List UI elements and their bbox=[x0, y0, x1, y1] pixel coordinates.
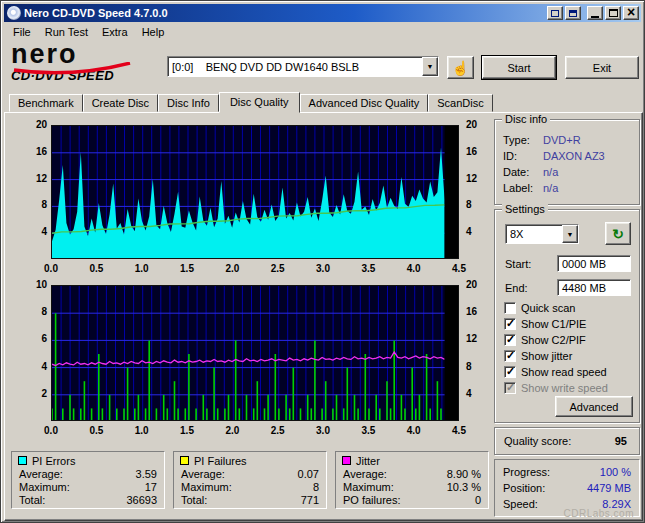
checkbox-box[interactable] bbox=[504, 302, 516, 314]
close-icon bbox=[627, 7, 635, 19]
stat-row: Average:8.90 % bbox=[336, 468, 488, 481]
start-position-label: Start: bbox=[505, 258, 531, 270]
disc-info-value: DVD+R bbox=[543, 132, 581, 148]
menu-help[interactable]: Help bbox=[135, 24, 172, 40]
menu-file[interactable]: File bbox=[6, 24, 38, 40]
checkbox-box[interactable] bbox=[504, 334, 516, 346]
progress-value: 100 % bbox=[600, 464, 631, 480]
minimize-icon bbox=[591, 16, 599, 18]
stat-panel-pi-failures: PI FailuresAverage:0.07Maximum:8Total:77… bbox=[173, 451, 327, 509]
chevron-down-icon[interactable] bbox=[562, 225, 578, 243]
legend-swatch-pi-errors bbox=[18, 456, 27, 465]
titlebar-extra-button-2[interactable] bbox=[565, 6, 581, 20]
checkbox-box[interactable] bbox=[504, 350, 516, 362]
close-button[interactable] bbox=[623, 6, 639, 20]
progress-row: Position:4479 MB bbox=[495, 480, 639, 496]
disc-info-row: Type:DVD+R bbox=[503, 132, 633, 148]
axis-tick-label: 20 bbox=[466, 279, 492, 291]
stat-row: Maximum:10.3 % bbox=[336, 481, 488, 494]
checkbox-quick-scan[interactable]: Quick scan bbox=[504, 300, 635, 316]
axis-tick-label: 0.0 bbox=[37, 263, 65, 275]
axis-tick-label: 4.5 bbox=[445, 425, 473, 437]
drive-select[interactable]: [0:0] BENQ DVD DD DW1640 BSLB bbox=[167, 56, 439, 77]
maximize-button[interactable] bbox=[605, 6, 621, 20]
checkbox-box[interactable] bbox=[504, 366, 516, 378]
maximize-icon bbox=[609, 9, 618, 17]
disc-info-label: Label: bbox=[503, 180, 543, 196]
pi-failures-jitter-plot bbox=[51, 285, 459, 421]
disc-info-value: n/a bbox=[543, 164, 558, 180]
start-position-input[interactable]: 0000 MB bbox=[557, 255, 631, 272]
exit-button[interactable]: Exit bbox=[565, 56, 639, 79]
nero-logo-swoosh-icon bbox=[12, 62, 132, 75]
stat-title-label: PI Failures bbox=[194, 455, 247, 467]
pi-errors-plot bbox=[51, 125, 459, 259]
axis-tick-label: 8 bbox=[466, 199, 492, 211]
progress-label: Progress: bbox=[503, 464, 550, 480]
tab-advanced-disc-quality[interactable]: Advanced Disc Quality bbox=[300, 94, 429, 112]
checkbox-show-c1-pie[interactable]: Show C1/PIE bbox=[504, 316, 635, 332]
menu-extra[interactable]: Extra bbox=[95, 24, 135, 40]
disc-info-row: ID:DAXON AZ3 bbox=[503, 148, 633, 164]
tab-create-disc[interactable]: Create Disc bbox=[83, 94, 158, 112]
disc-info-value: DAXON AZ3 bbox=[543, 148, 605, 164]
checkbox-show-jitter[interactable]: Show jitter bbox=[504, 348, 635, 364]
app-window: Nero CD-DVD Speed 4.7.0.0 File Run Test … bbox=[0, 0, 645, 523]
legend-swatch-pi-failures bbox=[180, 456, 189, 465]
stat-row: PO failures:0 bbox=[336, 494, 488, 507]
axis-tick-label: 3.5 bbox=[354, 425, 382, 437]
disc-info-label: ID: bbox=[503, 148, 543, 164]
stat-panel-title: PI Errors bbox=[12, 452, 164, 468]
stat-panel-title: Jitter bbox=[336, 452, 488, 468]
tab-strip: BenchmarkCreate DiscDisc InfoDisc Qualit… bbox=[9, 92, 493, 112]
progress-label: Speed: bbox=[503, 496, 538, 512]
legend-swatch-jitter bbox=[342, 456, 351, 465]
tab-disc-info[interactable]: Disc Info bbox=[158, 94, 219, 112]
disc-info-value: n/a bbox=[543, 180, 558, 196]
axis-tick-label: 0.5 bbox=[82, 263, 110, 275]
axis-tick-label: 1.0 bbox=[128, 263, 156, 275]
start-button[interactable]: Start bbox=[482, 56, 556, 79]
minimize-button[interactable] bbox=[587, 6, 603, 20]
watermark: CDRLabs.com bbox=[563, 508, 634, 519]
tab-scandisc[interactable]: ScanDisc bbox=[428, 94, 492, 112]
checkbox-show-c2-pif[interactable]: Show C2/PIF bbox=[504, 332, 635, 348]
titlebar[interactable]: Nero CD-DVD Speed 4.7.0.0 bbox=[4, 4, 641, 22]
titlebar-extra-button-1[interactable] bbox=[547, 6, 563, 20]
stat-label: Average: bbox=[19, 468, 63, 481]
refresh-button[interactable] bbox=[605, 222, 631, 245]
options-hand-button[interactable] bbox=[447, 56, 474, 79]
stat-label: Total: bbox=[19, 494, 45, 507]
checkbox-show-read-speed[interactable]: Show read speed bbox=[504, 364, 635, 380]
axis-tick-label: 1.0 bbox=[128, 425, 156, 437]
disc-info-rows: Type:DVD+RID:DAXON AZ3Date:n/aLabel:n/a bbox=[503, 132, 633, 196]
end-position-input[interactable]: 4480 MB bbox=[557, 279, 631, 296]
end-position-label: End: bbox=[505, 282, 528, 294]
checkbox-box[interactable] bbox=[504, 318, 516, 330]
menu-run-test[interactable]: Run Test bbox=[38, 24, 95, 40]
stat-row: Total:771 bbox=[174, 494, 326, 507]
checkbox-show-write-speed[interactable]: Show write speed bbox=[504, 380, 635, 396]
stat-label: Maximum: bbox=[181, 481, 232, 494]
chevron-down-icon[interactable] bbox=[422, 57, 438, 76]
window-title: Nero CD-DVD Speed 4.7.0.0 bbox=[24, 7, 545, 19]
disc-info-label: Date: bbox=[503, 164, 543, 180]
quality-score-label: Quality score: bbox=[504, 435, 571, 447]
stat-value: 36693 bbox=[126, 494, 157, 507]
stat-value: 8 bbox=[313, 481, 319, 494]
axis-tick-label: 12 bbox=[7, 173, 47, 185]
pi-failures-jitter-chart: 108642201612840.00.51.01.52.02.53.03.54.… bbox=[7, 285, 493, 437]
tab-benchmark[interactable]: Benchmark bbox=[9, 94, 83, 112]
checkbox-box[interactable] bbox=[504, 382, 516, 394]
axis-tick-label: 20 bbox=[466, 119, 492, 131]
settings-checkboxes: Quick scanShow C1/PIEShow C2/PIFShow jit… bbox=[504, 300, 635, 396]
axis-tick-label: 1.5 bbox=[173, 425, 201, 437]
axis-tick-label: 4.0 bbox=[400, 263, 428, 275]
progress-label: Position: bbox=[503, 480, 545, 496]
tab-disc-quality[interactable]: Disc Quality bbox=[219, 92, 300, 113]
disc-info-label: Type: bbox=[503, 132, 543, 148]
app-icon bbox=[7, 6, 21, 20]
scan-speed-select[interactable]: 8X bbox=[505, 224, 579, 244]
stat-panel-pi-errors: PI ErrorsAverage:3.59Maximum:17Total:366… bbox=[11, 451, 165, 509]
advanced-button[interactable]: Advanced bbox=[555, 396, 633, 417]
